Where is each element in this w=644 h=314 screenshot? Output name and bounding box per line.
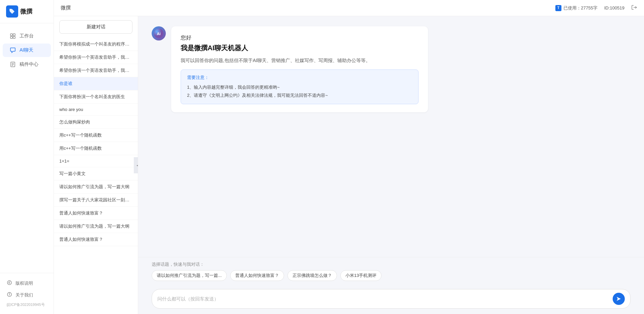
user-id: ID:100519	[604, 5, 624, 10]
history-item[interactable]: 请以如何推广引流为题，写一篇大纲	[54, 220, 138, 233]
history-item[interactable]: 用c++写一个随机函数	[54, 142, 138, 155]
history-item[interactable]: 用c++写一个随机函数	[54, 129, 138, 142]
topbar: 微撰 T 已使用：27755字 ID:100519	[54, 0, 644, 16]
sidebar-item-workbench[interactable]: 工作台	[3, 29, 51, 43]
history-list: 下面你将模拟成一个叫圣友的程序员，我说...希望你扮演一个英语发音助手，我提供给…	[54, 38, 138, 246]
new-chat-label: 新建对话	[87, 24, 105, 30]
usage-info: T 已使用：27755字	[555, 5, 597, 11]
quick-topic-chip[interactable]: 普通人如何快速致富？	[230, 270, 284, 281]
usage-label: 已使用：27755字	[563, 5, 597, 11]
send-button[interactable]	[613, 293, 625, 305]
welcome-greeting: 您好	[181, 34, 419, 41]
app-name: 微撰	[20, 7, 32, 16]
svg-point-11	[9, 293, 10, 294]
content-wrapper: 新建对话 下面你将模拟成一个叫圣友的程序员，我说...希望你扮演一个英语发音助手…	[54, 16, 644, 314]
svg-rect-2	[10, 36, 12, 38]
history-panel: 新建对话 下面你将模拟成一个叫圣友的程序员，我说...希望你扮演一个英语发音助手…	[54, 16, 138, 314]
chat-input[interactable]	[157, 296, 609, 302]
svg-rect-0	[10, 34, 12, 36]
main-content: 微撰 T 已使用：27755字 ID:100519 新建对话 下面你将模拟成一个…	[54, 0, 644, 314]
svg-rect-3	[13, 36, 15, 38]
history-item[interactable]: 普通人如何快速致富？	[54, 233, 138, 246]
draft-center-label: 稿件中心	[20, 61, 38, 67]
new-chat-button[interactable]: 新建对话	[59, 20, 132, 34]
topbar-right: T 已使用：27755字 ID:100519	[555, 4, 637, 12]
history-item[interactable]: 下面你将扮演一个名叫圣友的医生	[54, 90, 138, 104]
ai-avatar: Ai	[152, 26, 166, 40]
copyright-icon	[7, 280, 12, 286]
welcome-block: Ai 您好 我是微撰AI聊天机器人 我可以回答你的问题,包括但不限于AI聊天、营…	[152, 26, 428, 112]
notice-item: 2、请遵守《文明上网公约》及相关法律法规，我可能无法回答不道内容~	[187, 91, 412, 99]
history-item[interactable]: 下面你将模拟成一个叫圣友的程序员，我说...	[54, 38, 138, 51]
chat-messages: Ai 您好 我是微撰AI聊天机器人 我可以回答你的问题,包括但不限于AI聊天、营…	[138, 16, 644, 257]
history-item[interactable]: who are you	[54, 104, 138, 116]
chat-area: Ai 您好 我是微撰AI聊天机器人 我可以回答你的问题,包括但不限于AI聊天、营…	[138, 16, 644, 314]
history-item[interactable]: 写一篇小黄文	[54, 167, 138, 180]
logout-button[interactable]	[631, 4, 637, 12]
topbar-title: 微撰	[61, 5, 71, 11]
draft-center-icon	[9, 61, 16, 68]
quick-topic-chip[interactable]: 小米13手机测评	[340, 270, 381, 281]
quick-topic-chip[interactable]: 请以如何推广引流为题，写一篇...	[152, 270, 227, 281]
history-item[interactable]: 撰写一篇关于八大家花园社区一刻钟便民生...	[54, 194, 138, 207]
collapse-button[interactable]: ◀	[134, 157, 138, 173]
about-label: 关于我们	[16, 292, 33, 298]
logo-area: 微撰	[0, 0, 54, 23]
quick-topics-label: 选择话题，快速与我对话：	[152, 261, 631, 267]
sidebar-item-ai-chat[interactable]: AI聊天	[3, 44, 51, 57]
copyright-label: 版权说明	[16, 280, 33, 286]
input-box	[152, 289, 631, 309]
welcome-desc: 我可以回答你的问题,包括但不限于AI聊天、营销推广、社媒写作、写周报、辅助办公等…	[181, 57, 419, 64]
history-item[interactable]: 1+1=	[54, 155, 138, 167]
sidebar-bottom: 版权说明 关于我们 皖ICP备2022019945号	[0, 273, 54, 314]
history-item[interactable]: 你是谁	[54, 77, 138, 90]
history-item[interactable]: 怎么做狗屎炒肉	[54, 116, 138, 129]
usage-icon: T	[555, 5, 561, 11]
svg-point-8	[7, 281, 11, 285]
main-nav: 工作台 AI聊天 稿件中心	[0, 23, 54, 273]
svg-text:Ai: Ai	[157, 32, 161, 36]
history-item[interactable]: 希望你扮演一个英语发音助手，我提供给你...	[54, 64, 138, 77]
about-item[interactable]: 关于我们	[0, 289, 54, 301]
welcome-title: 我是微撰AI聊天机器人	[181, 44, 419, 53]
notice-items: 1、输入内容越完整详细，我会回答的更精准哟~2、请遵守《文明上网公约》及相关法律…	[187, 83, 412, 99]
workbench-icon	[9, 33, 16, 39]
history-item[interactable]: 普通人如何快速致富？	[54, 207, 138, 220]
about-icon	[7, 292, 12, 298]
icp-text: 皖ICP备2022019945号	[0, 301, 54, 310]
copyright-item[interactable]: 版权说明	[0, 277, 54, 289]
logo-icon	[6, 5, 18, 18]
ai-chat-label: AI聊天	[20, 47, 33, 53]
sidebar-item-draft-center[interactable]: 稿件中心	[3, 58, 51, 71]
svg-rect-1	[13, 34, 15, 36]
notice-item: 1、输入内容越完整详细，我会回答的更精准哟~	[187, 83, 412, 91]
sidebar: 微撰 工作台 AI聊天	[0, 0, 54, 314]
welcome-content: 您好 我是微撰AI聊天机器人 我可以回答你的问题,包括但不限于AI聊天、营销推广…	[171, 26, 428, 112]
quick-topic-chip[interactable]: 正宗佛跳墙怎么做？	[287, 270, 337, 281]
history-item[interactable]: 请以如何推广引流为题，写一篇大纲	[54, 180, 138, 194]
ai-chat-icon	[9, 47, 16, 54]
workbench-label: 工作台	[20, 33, 34, 39]
notice-box: 需要注意： 1、输入内容越完整详细，我会回答的更精准哟~2、请遵守《文明上网公约…	[181, 69, 419, 104]
input-area	[138, 285, 644, 314]
quick-topics-list: 请以如何推广引流为题，写一篇...普通人如何快速致富？正宗佛跳墙怎么做？小米13…	[152, 270, 631, 281]
quick-topics-bar: 选择话题，快速与我对话： 请以如何推广引流为题，写一篇...普通人如何快速致富？…	[138, 257, 644, 285]
history-item[interactable]: 希望你扮演一个英语发音助手，我提供给你...	[54, 51, 138, 64]
notice-title: 需要注意：	[187, 75, 412, 81]
